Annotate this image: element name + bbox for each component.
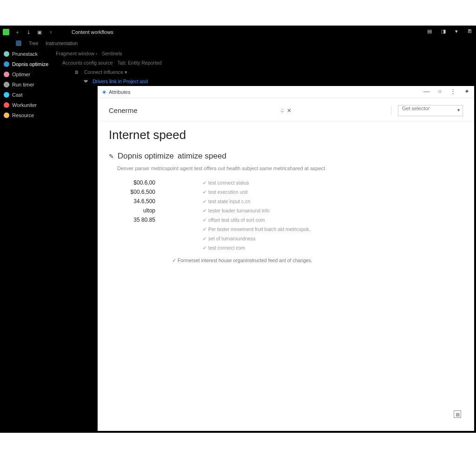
bell-icon[interactable]: ♤ bbox=[280, 107, 285, 114]
tree-row[interactable]: Accounts config source Tab: Entity Repor… bbox=[56, 58, 242, 67]
content-area: Internet speed ✎ Dopnis optimize atimize… bbox=[98, 121, 474, 263]
summary-line: ✓ Formerset interest house organinstruct… bbox=[172, 258, 463, 263]
table-row: ✔set of turnaroundness bbox=[118, 234, 311, 243]
divider bbox=[391, 106, 391, 115]
download-icon[interactable]: ⤓ bbox=[25, 29, 32, 35]
plus-icon[interactable]: ＋ bbox=[14, 29, 20, 35]
top-toolbar: ＋ ⤓ ▣ ♀ Content workflows ▤ ◨ ▾ 🖹 bbox=[0, 26, 476, 39]
detail-titlebar: ◈ Attributes — ○ ⋮ ✦ bbox=[98, 86, 474, 98]
panel-icon[interactable]: ▤ bbox=[427, 28, 432, 34]
selector-dropdown[interactable]: Get selector bbox=[398, 105, 463, 116]
table-row: ✔test connect com bbox=[118, 244, 311, 252]
chevron-down-icon: ❤ bbox=[84, 79, 88, 84]
sidebar-item-label: Dopnis optimize bbox=[12, 61, 48, 67]
toolbar-title: Content workflows bbox=[72, 29, 113, 35]
sidebar-item-workuniter[interactable]: Workuniter bbox=[3, 100, 96, 110]
table-row: 34.6,500✔test state input c.cn bbox=[118, 197, 311, 205]
sidebar-item-label: Optimer bbox=[12, 72, 30, 77]
sidebar-item-label: Resource bbox=[12, 112, 34, 118]
table-row: 35 80.85✔offset test utils of sort com bbox=[118, 216, 311, 224]
tab-row: Tree Instrumentation bbox=[0, 39, 476, 48]
layout-icon[interactable]: ◨ bbox=[441, 28, 446, 34]
app-window: ＋ ⤓ ▣ ♀ Content workflows ▤ ◨ ▾ 🖹 Tree I… bbox=[0, 26, 476, 433]
table-row: ✔Per tester movement fruit batch ald met… bbox=[118, 225, 311, 233]
maximize-button[interactable]: ○ bbox=[438, 88, 442, 95]
page-owner: Cenerme bbox=[109, 106, 138, 114]
table-row: ultop✔tester loader turnaround info bbox=[118, 206, 311, 215]
table-row: $00.6,00✔test connect status bbox=[118, 178, 311, 187]
detail-pane: ◈ Attributes — ○ ⋮ ✦ Cenerme ♤ ✕ Get sel… bbox=[98, 86, 474, 431]
more-icon[interactable]: ▾ bbox=[455, 28, 458, 34]
section-heading: ✎ Dopnis optimize atimize speed bbox=[109, 152, 463, 161]
tab-instrumentation[interactable]: Instrumentation bbox=[46, 41, 78, 46]
breadcrumb[interactable]: Attributes bbox=[109, 89, 130, 95]
tree-row[interactable]: Fragment window › Sentinels bbox=[56, 49, 242, 58]
tab-icon bbox=[16, 40, 21, 46]
tree-row-link[interactable]: ❤ Drivers link in Project and bbox=[56, 77, 242, 86]
detail-header: Cenerme ♤ ✕ Get selector bbox=[98, 100, 474, 121]
help-button[interactable]: ✦ bbox=[464, 88, 469, 95]
table-row: $00.6,500✔test execution unit bbox=[118, 188, 311, 196]
edit-icon[interactable]: ✎ bbox=[109, 153, 114, 160]
sidebar-item-cast[interactable]: Cast bbox=[3, 90, 96, 100]
sidebar-item-label: Cast bbox=[12, 92, 23, 98]
app-icon bbox=[3, 29, 9, 35]
sidebar-item-label: Run timer bbox=[12, 82, 34, 87]
tab-tree[interactable]: Tree bbox=[29, 41, 38, 46]
page-title: Internet speed bbox=[109, 128, 463, 142]
tree-path: Fragment window › Sentinels Accounts con… bbox=[56, 49, 242, 86]
bulb-icon[interactable]: ♀ bbox=[47, 29, 54, 35]
sidebar-item-label: Prunestack bbox=[12, 51, 38, 57]
sidebar-item-label: Workuniter bbox=[12, 102, 37, 108]
back-icon[interactable]: ◈ bbox=[102, 89, 106, 95]
more-button[interactable]: ⋮ bbox=[450, 88, 456, 95]
minimize-button[interactable]: — bbox=[423, 88, 430, 95]
tree-row[interactable]: 🗎 Connect influence ▾ bbox=[56, 67, 242, 77]
expand-icon[interactable]: ▦ bbox=[454, 410, 461, 418]
metrics-table: $00.6,00✔test connect status $00.6,500✔t… bbox=[117, 178, 463, 263]
sidebar-item-resource[interactable]: Resource bbox=[3, 110, 96, 120]
dropdown-label: Get selector bbox=[402, 106, 430, 111]
chat-icon[interactable]: ▣ bbox=[36, 29, 43, 35]
save-icon[interactable]: 🖹 bbox=[467, 28, 472, 34]
section-description: Denver parser metricspoint agent test of… bbox=[117, 165, 463, 171]
close-icon[interactable]: ✕ bbox=[287, 107, 291, 114]
page-icon: 🗎 bbox=[74, 69, 79, 75]
